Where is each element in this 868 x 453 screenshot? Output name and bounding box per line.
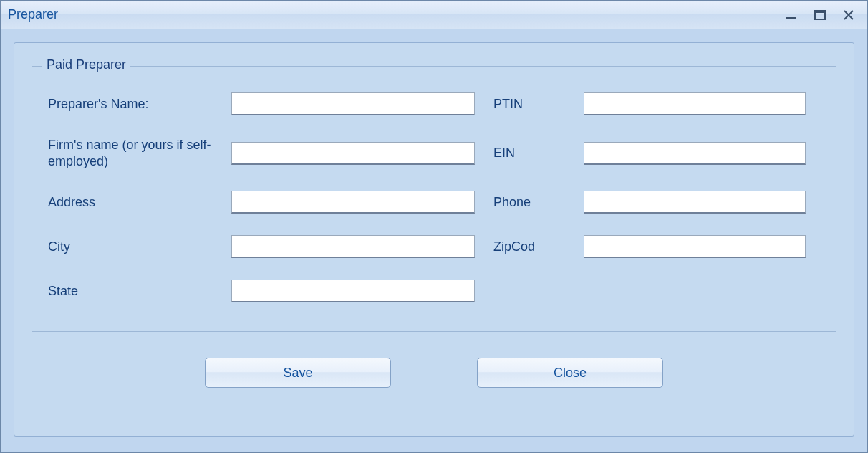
minimize-button[interactable] — [783, 6, 800, 24]
input-ein[interactable] — [584, 142, 806, 165]
save-button[interactable]: Save — [205, 358, 391, 388]
svg-rect-0 — [786, 17, 796, 19]
input-address[interactable] — [231, 191, 475, 214]
label-preparer-name: Preparer's Name: — [48, 96, 213, 113]
paid-preparer-group: Paid Preparer Preparer's Name: PTIN Firm… — [32, 66, 836, 332]
preparer-window: Preparer Paid Preparer Preparer's Name: … — [0, 0, 868, 453]
input-ptin[interactable] — [584, 92, 806, 115]
input-city[interactable] — [231, 235, 475, 258]
input-zipcode[interactable] — [584, 235, 806, 258]
input-state[interactable] — [231, 280, 475, 302]
group-legend: Paid Preparer — [42, 57, 130, 72]
main-panel: Paid Preparer Preparer's Name: PTIN Firm… — [14, 42, 854, 437]
close-button[interactable]: Close — [477, 358, 663, 388]
maximize-button[interactable] — [811, 6, 829, 24]
close-icon — [842, 9, 855, 22]
label-zipcode: ZipCod — [493, 239, 565, 255]
window-title: Preparer — [6, 7, 783, 22]
input-firm-name[interactable] — [231, 142, 475, 165]
input-phone[interactable] — [584, 191, 806, 214]
minimize-icon — [785, 9, 798, 22]
label-address: Address — [48, 194, 213, 211]
label-ein: EIN — [493, 145, 565, 161]
input-preparer-name[interactable] — [231, 92, 475, 115]
label-firm-name: Firm's name (or yours if self-employed) — [48, 137, 213, 169]
label-ptin: PTIN — [493, 96, 565, 113]
client-area: Paid Preparer Preparer's Name: PTIN Firm… — [1, 29, 867, 452]
titlebar: Preparer — [1, 1, 867, 29]
label-state: State — [48, 283, 213, 300]
form-grid: Preparer's Name: PTIN Firm's name (or yo… — [48, 92, 820, 302]
label-phone: Phone — [493, 194, 565, 211]
svg-rect-2 — [815, 11, 825, 13]
buttons-row: Save Close — [32, 358, 836, 388]
maximize-icon — [814, 9, 826, 22]
label-city: City — [48, 239, 213, 255]
window-controls — [783, 6, 862, 24]
close-window-button[interactable] — [840, 6, 857, 24]
